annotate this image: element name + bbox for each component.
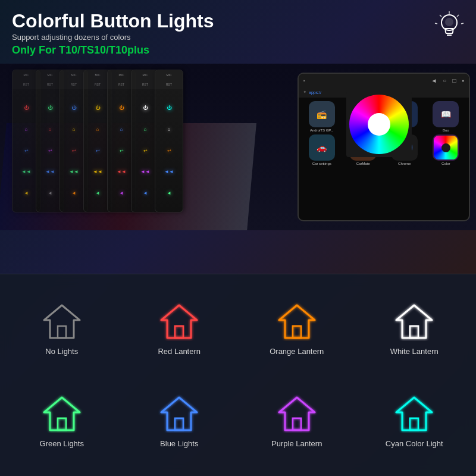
svg-marker-19 <box>44 397 80 430</box>
lights-section: No Lights Red Lantern <box>0 274 476 476</box>
app-boo[interactable]: 📖 Boo <box>427 101 466 132</box>
svg-point-8 <box>445 18 453 26</box>
house-icon-green-lights <box>41 394 83 433</box>
panel-7: MIC RST ⏻ ⌂ ↩ ◄◄ ◄ <box>155 70 183 212</box>
app-androits[interactable]: 📻 AndroiTS GP... <box>302 101 342 132</box>
svg-rect-12 <box>58 326 66 338</box>
main-container: Colorful Button Lights Support adjusting… <box>0 0 476 476</box>
house-icon-cyan-color-light <box>393 394 435 433</box>
house-icon-no-lights <box>41 302 83 341</box>
svg-line-3 <box>440 15 441 17</box>
app-color[interactable]: Color <box>427 134 466 165</box>
app-car-settings[interactable]: 🚗 Car settings <box>302 134 342 165</box>
house-icon-blue-lights <box>158 394 200 433</box>
svg-marker-25 <box>396 397 432 430</box>
light-item-red-lantern[interactable]: Red Lantern <box>124 286 236 372</box>
svg-marker-11 <box>44 305 80 338</box>
svg-line-1 <box>457 15 459 17</box>
light-label-blue-lights: Blue Lights <box>160 439 198 448</box>
svg-rect-22 <box>175 418 183 430</box>
light-item-green-lights[interactable]: Green Lights <box>6 378 118 465</box>
light-item-purple-lantern[interactable]: Purple Lantern <box>241 378 353 465</box>
light-item-blue-lights[interactable]: Blue Lights <box>124 378 236 465</box>
light-item-white-lantern[interactable]: White Lantern <box>359 286 471 372</box>
svg-marker-17 <box>396 305 432 338</box>
light-label-white-lantern: White Lantern <box>390 347 439 356</box>
header-section: Colorful Button Lights Support adjusting… <box>0 0 476 61</box>
svg-rect-24 <box>293 418 301 430</box>
color-wheel-popup[interactable] <box>346 92 412 157</box>
svg-marker-23 <box>279 397 315 430</box>
model-compatibility: Only For T10/TS10/T10plus <box>12 44 464 57</box>
light-item-orange-lantern[interactable]: Orange Lantern <box>241 286 353 372</box>
house-icon-orange-lantern <box>276 302 318 341</box>
svg-rect-26 <box>410 418 418 430</box>
house-icon-purple-lantern <box>276 394 318 433</box>
panel-stack: MIC RST ⏻ ⌂ ↩ ◄◄ ◄ MIC RST ⏻ ⌂ ↩ <box>12 70 178 212</box>
light-item-cyan-color-light[interactable]: Cyan Color Light <box>359 378 471 465</box>
screen-display: ▪ ◄ ○ □ ▪ ⌖ apps:// 📻 AndroiTS GP... <box>298 73 470 221</box>
svg-marker-21 <box>161 397 197 430</box>
color-wheel[interactable] <box>349 95 409 154</box>
light-label-purple-lantern: Purple Lantern <box>271 439 322 448</box>
lights-grid: No Lights Red Lantern <box>0 274 476 476</box>
color-wheel-center <box>368 113 390 136</box>
svg-line-4 <box>435 23 437 24</box>
svg-rect-20 <box>58 418 66 430</box>
screen-nav-bar: ▪ ◄ ○ □ ▪ <box>299 74 469 87</box>
svg-rect-18 <box>410 326 418 338</box>
house-icon-white-lantern <box>393 302 435 341</box>
svg-line-2 <box>461 23 464 24</box>
light-label-orange-lantern: Orange Lantern <box>270 347 324 356</box>
svg-marker-15 <box>279 305 315 338</box>
svg-marker-13 <box>161 305 197 338</box>
page-subtitle: Support adjusting dozens of colors <box>12 33 464 42</box>
light-label-cyan-color-light: Cyan Color Light <box>386 439 443 448</box>
svg-rect-14 <box>175 326 183 338</box>
light-label-red-lantern: Red Lantern <box>158 347 201 356</box>
page-title: Colorful Button Lights <box>12 11 464 32</box>
light-label-no-lights: No Lights <box>45 347 78 356</box>
light-label-green-lights: Green Lights <box>40 439 84 448</box>
device-area: MIC RST ⏻ ⌂ ↩ ◄◄ ◄ MIC RST ⏻ ⌂ ↩ <box>0 64 476 230</box>
bulb-icon <box>434 11 464 40</box>
light-item-no-lights[interactable]: No Lights <box>6 286 118 372</box>
svg-rect-16 <box>293 326 301 338</box>
house-icon-red-lantern <box>158 302 200 341</box>
